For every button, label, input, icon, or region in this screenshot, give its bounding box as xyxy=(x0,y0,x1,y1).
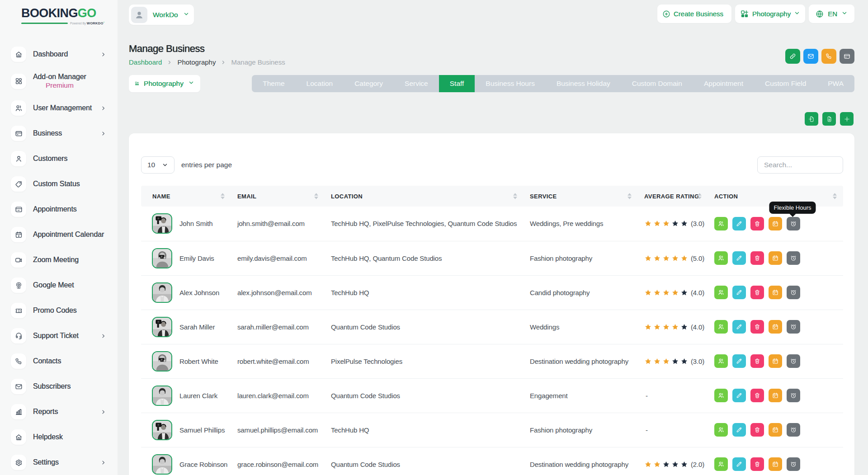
tab-custom-domain[interactable]: Custom Domain xyxy=(621,75,693,92)
breadcrumb-dashboard[interactable]: Dashboard xyxy=(129,58,162,66)
sidebar-item-appointment-calendar[interactable]: Appointment Calendar xyxy=(0,222,118,247)
business-switcher-dropdown[interactable]: Photography xyxy=(735,5,805,23)
tab-theme[interactable]: Theme xyxy=(252,75,295,92)
add-staff-button[interactable] xyxy=(840,112,854,126)
delete-button[interactable] xyxy=(750,457,764,471)
tab-appointment[interactable]: Appointment xyxy=(693,75,754,92)
sidebar-item-helpdesk[interactable]: Helpdesk xyxy=(0,424,118,450)
column-header-email[interactable]: Email xyxy=(231,186,325,207)
mail-button[interactable] xyxy=(803,49,818,64)
business-dropdown[interactable]: Photography xyxy=(129,75,200,92)
staff-users-button[interactable] xyxy=(714,457,728,471)
delete-button[interactable] xyxy=(750,354,764,368)
edit-button[interactable] xyxy=(732,354,746,368)
tab-business-hours[interactable]: Business Hours xyxy=(475,75,546,92)
flexible-hours-button[interactable] xyxy=(787,320,800,334)
sidebar-item-business[interactable]: Business xyxy=(0,121,118,146)
export-button[interactable] xyxy=(822,112,836,126)
language-dropdown[interactable]: EN xyxy=(809,5,854,23)
schedule-button[interactable] xyxy=(769,457,782,471)
card-button[interactable] xyxy=(840,49,854,64)
column-header-location[interactable]: Location xyxy=(325,186,524,207)
delete-button[interactable] xyxy=(750,217,764,230)
sidebar-item-promo-codes[interactable]: Promo Codes xyxy=(0,298,118,323)
sidebar-item-google-meet[interactable]: Google Meet xyxy=(0,273,118,298)
schedule-button[interactable] xyxy=(769,217,782,230)
schedule-button[interactable] xyxy=(769,251,782,265)
sort-icon[interactable] xyxy=(221,193,225,199)
staff-users-button[interactable] xyxy=(714,354,728,368)
sidebar-item-zoom-meeting[interactable]: Zoom Meeting xyxy=(0,247,118,273)
flexible-hours-button[interactable] xyxy=(787,286,800,299)
staff-users-button[interactable] xyxy=(714,423,728,437)
copy-link-button[interactable] xyxy=(785,49,800,64)
staff-users-button[interactable] xyxy=(714,389,728,402)
staff-users-button[interactable] xyxy=(714,320,728,334)
chevron-down-icon xyxy=(162,162,168,168)
staff-name: Grace Robinson xyxy=(179,461,227,468)
breadcrumb-photography[interactable]: Photography xyxy=(177,58,216,66)
sort-icon[interactable] xyxy=(833,193,837,199)
tab-pwa[interactable]: PWA xyxy=(817,75,854,92)
edit-button[interactable] xyxy=(732,423,746,437)
staff-email: alex.johnson@email.com xyxy=(231,275,325,310)
flexible-hours-button[interactable] xyxy=(787,423,800,437)
delete-button[interactable] xyxy=(750,389,764,402)
schedule-button[interactable] xyxy=(769,320,782,334)
sidebar-item-reports[interactable]: Reports xyxy=(0,399,118,424)
tab-category[interactable]: Category xyxy=(344,75,394,92)
sidebar-item-settings[interactable]: Settings xyxy=(0,450,118,475)
flexible-hours-button[interactable] xyxy=(787,389,800,402)
staff-users-button[interactable] xyxy=(714,286,728,299)
sidebar-item-customers[interactable]: Customers xyxy=(0,146,118,171)
schedule-button[interactable] xyxy=(769,389,782,402)
sort-icon[interactable] xyxy=(314,193,318,199)
staff-users-button[interactable] xyxy=(714,217,728,230)
delete-button[interactable] xyxy=(750,251,764,265)
edit-button[interactable] xyxy=(732,217,746,230)
schedule-button[interactable] xyxy=(769,423,782,437)
sidebar-item-add-on-manager[interactable]: Add-on ManagerPremium xyxy=(0,67,118,95)
tab-custom-field[interactable]: Custom Field xyxy=(754,75,817,92)
sort-icon[interactable] xyxy=(513,193,517,199)
sidebar-item-custom-status[interactable]: Custom Status xyxy=(0,171,118,197)
delete-button[interactable] xyxy=(750,423,764,437)
column-header-name[interactable]: Name xyxy=(141,186,231,207)
edit-button[interactable] xyxy=(732,286,746,299)
flexible-hours-button[interactable] xyxy=(787,457,800,471)
phone-button[interactable] xyxy=(821,49,836,64)
flexible-hours-button[interactable] xyxy=(787,354,800,368)
sidebar-item-dashboard[interactable]: Dashboard xyxy=(0,42,118,67)
sidebar-item-appointments[interactable]: Appointments xyxy=(0,197,118,222)
name-cell: Sarah Miller xyxy=(152,317,225,337)
create-business-button[interactable]: Create Business xyxy=(657,5,731,23)
schedule-button[interactable] xyxy=(769,354,782,368)
tab-business-holiday[interactable]: Business Holiday xyxy=(546,75,621,92)
sort-icon[interactable] xyxy=(698,193,702,199)
star-icon xyxy=(644,254,652,262)
delete-button[interactable] xyxy=(750,320,764,334)
column-header-average-rating[interactable]: Average Rating xyxy=(638,186,708,207)
schedule-button[interactable] xyxy=(769,286,782,299)
sidebar-item-contacts[interactable]: Contacts xyxy=(0,348,118,374)
edit-button[interactable] xyxy=(732,320,746,334)
tab-location[interactable]: Location xyxy=(296,75,344,92)
sort-icon[interactable] xyxy=(627,193,632,199)
edit-button[interactable] xyxy=(732,251,746,265)
column-header-service[interactable]: Service xyxy=(524,186,638,207)
staff-users-button[interactable] xyxy=(714,251,728,265)
tab-service[interactable]: Service xyxy=(394,75,439,92)
sidebar-item-support-ticket[interactable]: Support Ticket xyxy=(0,323,118,348)
delete-button[interactable] xyxy=(750,286,764,299)
edit-button[interactable] xyxy=(732,389,746,402)
sidebar-item-subscribers[interactable]: Subscribers xyxy=(0,374,118,399)
flexible-hours-button[interactable] xyxy=(787,251,800,265)
import-button[interactable] xyxy=(805,112,818,126)
flexible-hours-button[interactable] xyxy=(787,217,800,230)
sidebar-item-user-management[interactable]: User Management xyxy=(0,95,118,121)
tab-staff[interactable]: Staff xyxy=(439,75,475,92)
edit-button[interactable] xyxy=(732,457,746,471)
workspace-dropdown[interactable]: WorkDo xyxy=(129,5,194,25)
entries-per-page-select[interactable]: 10 xyxy=(141,156,175,174)
search-input[interactable] xyxy=(757,156,843,174)
